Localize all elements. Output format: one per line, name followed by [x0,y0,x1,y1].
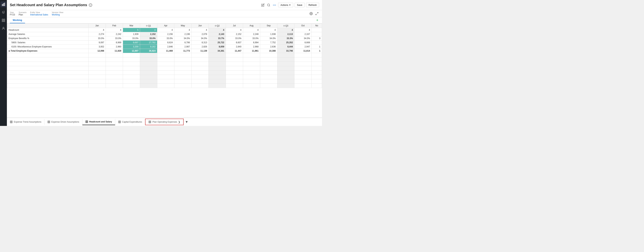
table-cell[interactable]: 4 [192,28,208,32]
table-cell[interactable]: 8,668 [294,40,312,45]
table-cell[interactable]: 2,143 [208,32,226,36]
table-cell[interactable]: 2,274 [88,32,106,36]
context-version[interactable]: Version View Working [52,11,63,16]
search-icon[interactable] [266,3,271,7]
table-cell[interactable]: 12,098 [88,49,106,53]
table-cell[interactable] [312,40,322,45]
actions-button[interactable]: Actions ▼ [278,3,293,7]
col-header-q1[interactable]: ⊟ Q1 [140,24,157,28]
bottom-nav-down[interactable]: ▼ [184,118,190,126]
table-cell[interactable]: 4 [174,28,192,32]
table-cell[interactable]: 5 [123,28,140,32]
table-cell[interactable]: 25,722 [208,40,226,45]
table-cell[interactable]: 1,939 [123,32,140,36]
table-cell[interactable]: 3 [312,36,322,40]
table-cell[interactable]: 2,947 [294,45,312,49]
bottom-tab-expense-driver[interactable]: Expense Driver Assumptions [44,119,82,125]
expand-icon[interactable] [315,12,319,16]
table-cell[interactable]: 11,139 [192,49,208,53]
table-cell[interactable]: 9,697 [123,40,140,45]
table-cell[interactable]: 11,614 [294,49,312,53]
table-cell[interactable]: 34.0% [294,36,312,40]
table-cell[interactable]: 2,078 [192,32,208,36]
table-cell[interactable]: 11,773 [174,49,192,53]
table-cell[interactable]: 33.0% [140,36,157,40]
bottom-tab-headcount[interactable]: Headcount and Salary [82,119,115,125]
bottom-tab-expense-trend[interactable]: Expense Trend Assumptions [7,119,44,125]
table-cell[interactable]: 2,196 [174,32,192,36]
table-cell[interactable]: 10,388 [260,49,277,53]
table-cell[interactable]: 8,607 [226,40,243,45]
edit-icon[interactable] [261,3,265,7]
table-cell[interactable]: 34.0% [192,36,208,40]
info-icon[interactable]: i [89,4,92,7]
table-cell[interactable]: 33.0% [243,36,260,40]
table-cell[interactable]: 4 [88,28,106,32]
sidebar-icon-chart[interactable] [0,2,6,7]
table-cell[interactable]: 8,444 [277,45,294,49]
table-cell[interactable]: 4 [157,28,174,32]
table-cell[interactable]: 2,113 [277,32,294,36]
table-cell[interactable]: 1 [312,49,322,53]
table-cell[interactable]: 7,752 [260,40,277,45]
table-cell[interactable]: 33.0% [88,36,106,40]
table-cell[interactable]: 4 [140,28,157,32]
sidebar-icon-user[interactable] [0,26,6,31]
table-cell[interactable]: 25,352 [277,40,294,45]
grid-area[interactable]: Jan Feb Mar ⊟ Q1 Apr May Jun ⊟ Q2 Jul [7,24,322,117]
table-cell[interactable]: 3,200 [123,45,140,49]
table-cell[interactable]: 8,969 [106,40,123,45]
table-cell[interactable]: 34.0% [174,36,192,40]
table-cell[interactable]: 8,624 [157,40,174,45]
table-cell[interactable]: 2,960 [106,45,123,49]
table-cell[interactable]: 1 [312,45,322,49]
sidebar-icon-refresh[interactable] [0,10,6,15]
table-cell[interactable]: 33.7% [208,36,226,40]
table-cell[interactable]: 33,796 [277,49,294,53]
table-cell[interactable]: 33.0% [123,36,140,40]
table-cell[interactable]: 2,167 [294,32,312,36]
table-cell[interactable] [312,28,322,32]
table-cell[interactable]: 2,846 [157,45,174,49]
table-cell[interactable]: 2,987 [174,45,192,49]
table-cell[interactable]: 9,162 [140,45,157,49]
table-cell[interactable]: 4 [260,28,277,32]
sidebar-icon-grid[interactable] [0,18,6,23]
table-cell[interactable]: 11,469 [157,49,174,53]
table-cell[interactable]: 1,938 [260,32,277,36]
table-cell[interactable]: 34,381 [208,49,226,53]
table-cell[interactable]: 27,762 [140,40,157,45]
add-tab-button[interactable]: + [316,18,319,23]
table-cell[interactable]: 8,659 [208,45,226,49]
table-cell[interactable]: 2,152 [140,32,157,36]
col-header-q2[interactable]: ⊟ Q2 [208,24,226,28]
table-cell[interactable]: 2,636 [260,45,277,49]
table-cell[interactable]: 11,447 [226,49,243,53]
table-cell[interactable]: 36,924 [140,49,157,53]
table-cell[interactable]: 2,242 [106,32,123,36]
table-cell[interactable]: 4 [106,28,123,32]
col-header-q3[interactable]: ⊟ Q3 [277,24,294,28]
table-cell[interactable]: 33.0% [157,36,174,40]
table-cell[interactable]: 2,968 [243,45,260,49]
table-cell[interactable]: 4 [294,28,312,32]
table-cell[interactable]: 11,929 [106,49,123,53]
more-options-icon[interactable] [272,4,277,6]
table-cell[interactable]: 2,152 [226,32,243,36]
table-cell[interactable]: 33.0% [106,36,123,40]
refresh-button[interactable]: Refresh [306,3,319,7]
context-entity[interactable]: Entity View International Sales [30,11,48,16]
table-cell[interactable]: 33.0% [226,36,243,40]
bottom-tab-plan-operating[interactable]: Plan Operating Expenses ❯ [145,119,184,125]
table-cell[interactable]: 8,994 [243,40,260,45]
table-cell[interactable]: 34.0% [260,36,277,40]
table-cell[interactable]: 4 [243,28,260,32]
bottom-tab-capital[interactable]: Capital Expenditures [115,119,145,125]
table-cell[interactable]: 3,002 [88,45,106,49]
table-cell[interactable]: 2,840 [226,45,243,49]
table-cell[interactable]: 11,961 [243,49,260,53]
table-cell[interactable]: 4 [226,28,243,32]
table-cell[interactable]: 12,897 [123,49,140,53]
tab-working[interactable]: Working [10,17,25,23]
save-button[interactable]: Save [294,3,305,7]
